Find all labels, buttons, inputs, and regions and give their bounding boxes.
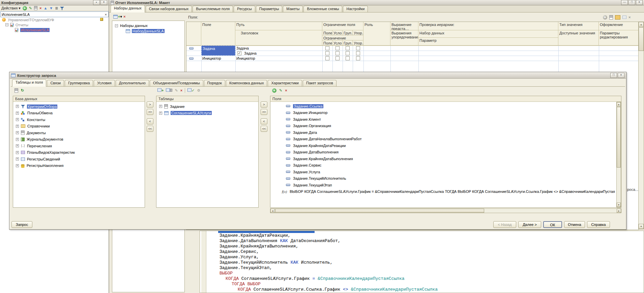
database-item[interactable]: +РегистрыНакопления bbox=[13, 163, 145, 169]
move-up-icon[interactable]: ▲ bbox=[43, 6, 47, 10]
refresh-icon[interactable]: ↻ bbox=[21, 88, 24, 93]
edit-field-icon[interactable]: ✎ bbox=[279, 88, 282, 93]
grid-header-cell[interactable]: Усло… bbox=[332, 40, 343, 46]
edit-table-icon[interactable]: ✎ bbox=[175, 88, 178, 93]
transfer-rightright-button[interactable]: >> bbox=[261, 109, 267, 115]
grid-vscrollbar[interactable]: ▲ ▼ bbox=[638, 22, 644, 229]
grid-header-cell[interactable]: Выражение предста… bbox=[390, 22, 418, 30]
grid-row-title[interactable]: Задача bbox=[243, 51, 321, 56]
add-folder-icon[interactable] bbox=[615, 15, 620, 20]
field-item[interactable]: Задание.КрайняяДатаВыполнения bbox=[270, 155, 621, 162]
delete-dataset-icon[interactable]: × bbox=[123, 14, 125, 19]
tree-item[interactable]: −Отчеты bbox=[0, 22, 109, 27]
transfer-right-button[interactable]: > bbox=[147, 101, 153, 108]
close-icon[interactable]: × bbox=[100, 0, 107, 5]
scroll-left-icon[interactable]: ◄ bbox=[270, 209, 275, 213]
expand-icon[interactable]: + bbox=[159, 105, 162, 108]
clear-search-icon[interactable]: × bbox=[104, 12, 108, 17]
grid-header-cell[interactable]: Параметры редактирования bbox=[599, 30, 639, 46]
minimize-icon[interactable]: — bbox=[621, 0, 628, 5]
collapse-dash-icon[interactable] bbox=[189, 57, 194, 60]
grid-header-cell[interactable]: Путь bbox=[235, 22, 322, 30]
field-item[interactable]: Задание.Услуга bbox=[270, 169, 621, 175]
field-item[interactable]: Задание.Ссылка bbox=[270, 103, 621, 110]
field-item[interactable]: Задание.ТекущийЭтап bbox=[270, 182, 621, 188]
tab-Вложенные схемы[interactable]: Вложенные схемы bbox=[303, 6, 342, 12]
database-item[interactable]: +ЖурналыДокументов bbox=[13, 136, 145, 143]
next-button[interactable]: Далее > bbox=[518, 221, 541, 228]
back-button[interactable]: < Назад bbox=[493, 221, 516, 228]
grid-header-cell[interactable]: Груп… bbox=[343, 40, 353, 46]
tree-item[interactable]: ИсполнениеSLA bbox=[0, 27, 109, 32]
grid-header-cell[interactable]: Ограничение поля bbox=[322, 22, 363, 30]
expand-icon[interactable]: + bbox=[16, 144, 19, 147]
delete-table-icon[interactable]: × bbox=[180, 88, 182, 93]
expand-icon[interactable]: + bbox=[16, 164, 19, 167]
grid-header-cell[interactable]: Поле bbox=[322, 40, 332, 46]
grid-header-cell[interactable]: Доступные значения bbox=[558, 30, 599, 46]
add-table-icon[interactable]: + bbox=[157, 88, 164, 93]
checkbox[interactable] bbox=[346, 51, 350, 55]
transfer-rightright-button[interactable]: >> bbox=[147, 109, 153, 115]
expand-icon[interactable]: + bbox=[16, 138, 19, 141]
grid-header-cell[interactable]: Тип значения bbox=[558, 22, 599, 30]
scroll-down-icon[interactable]: ▼ bbox=[617, 203, 621, 207]
transfer-left-button[interactable]: < bbox=[261, 118, 267, 124]
database-item[interactable]: +РегистрыСведений bbox=[13, 156, 145, 163]
fields-hscrollbar[interactable]: ◄ ► bbox=[270, 208, 621, 213]
transfer-leftleft-button[interactable]: << bbox=[261, 126, 267, 132]
checkbox[interactable] bbox=[325, 56, 329, 60]
tab-Макеты[interactable]: Макеты bbox=[283, 6, 303, 12]
grid-header-cell[interactable]: Поле bbox=[322, 30, 332, 35]
tab-Настройки[interactable]: Настройки bbox=[343, 6, 368, 12]
transfer-left-button[interactable]: < bbox=[147, 118, 153, 124]
fields-vscrollbar[interactable]: ▲ ▼ bbox=[616, 102, 621, 207]
add-icon[interactable]: + bbox=[23, 6, 27, 10]
grid-header-cell[interactable]: Упор… bbox=[353, 30, 363, 35]
expand-icon[interactable]: + bbox=[16, 151, 19, 154]
scroll-down-icon[interactable]: ▼ bbox=[639, 224, 644, 229]
field-item[interactable]: Задание.ДатаВыполнения bbox=[270, 149, 621, 156]
field-item[interactable]: Задание.Инициатор bbox=[270, 110, 621, 116]
expression-item[interactable]: f(x)ВЫБОР КОГДА СоглашениеSLAУслуги.Граф… bbox=[270, 188, 621, 195]
expand-icon[interactable]: + bbox=[159, 112, 162, 115]
checkbox[interactable]: ✓ bbox=[237, 51, 241, 55]
checkbox[interactable] bbox=[325, 51, 329, 55]
field-item[interactable]: Задание.Организация bbox=[270, 123, 621, 129]
actions-menu-button[interactable]: Действия ▾ bbox=[1, 6, 21, 10]
scroll-right-icon[interactable]: ► bbox=[617, 209, 621, 213]
collapse-icon[interactable]: − bbox=[115, 24, 118, 27]
datasets-root[interactable]: − Наборы данных bbox=[112, 23, 184, 28]
field-item[interactable]: Задание.ТекущийИсполнитель bbox=[270, 175, 621, 182]
tree-item[interactable]: УправлениеITОтделом8УФ bbox=[0, 17, 109, 22]
tab-Связи наборов данных[interactable]: Связи наборов данных bbox=[146, 6, 192, 12]
checkbox[interactable] bbox=[335, 51, 340, 55]
transfer-leftleft-button[interactable]: << bbox=[147, 126, 153, 132]
grid-row-path[interactable]: Инициатор bbox=[235, 56, 322, 61]
dialog-tab-Пакет запросов[interactable]: Пакет запросов bbox=[303, 80, 336, 86]
tab-Ресурсы[interactable]: Ресурсы bbox=[234, 6, 255, 12]
database-item[interactable]: +КритерииОтбора bbox=[13, 103, 145, 110]
grid-row-field[interactable]: Инициатор bbox=[201, 56, 235, 61]
expand-icon[interactable]: + bbox=[16, 125, 19, 128]
field-item[interactable]: Задание.Сервис bbox=[270, 162, 621, 169]
checkbox[interactable] bbox=[346, 56, 350, 60]
grid-corner[interactable] bbox=[186, 22, 201, 46]
checkbox[interactable] bbox=[335, 46, 340, 50]
collapse-dash-icon[interactable] bbox=[189, 47, 194, 50]
sort-list-icon[interactable]: ≣ bbox=[55, 6, 58, 10]
move-down-icon[interactable]: ▼ bbox=[49, 6, 53, 10]
copy-icon[interactable] bbox=[34, 6, 37, 10]
scroll-thumb[interactable] bbox=[617, 107, 621, 168]
add-dataset-icon[interactable]: + ▾ bbox=[113, 14, 122, 19]
dialog-tab-Дополнительно[interactable]: Дополнительно bbox=[116, 80, 149, 86]
grid-header-cell[interactable]: Выражения упорядочивания bbox=[390, 30, 418, 46]
field-item[interactable]: Задание.КрайняяДатаРеакции bbox=[270, 142, 621, 149]
replace-table-icon[interactable]: ✓ bbox=[187, 88, 195, 93]
tab-Вычисляемые поля[interactable]: Вычисляемые поля bbox=[193, 6, 233, 12]
database-item[interactable]: +ПланыВидовХарактеристик bbox=[13, 149, 145, 156]
scroll-thumb[interactable] bbox=[275, 209, 484, 213]
checkbox[interactable] bbox=[325, 46, 329, 50]
maximize-icon[interactable]: □ bbox=[610, 73, 617, 78]
dialog-tab-Компоновка данных[interactable]: Компоновка данных bbox=[226, 80, 267, 86]
